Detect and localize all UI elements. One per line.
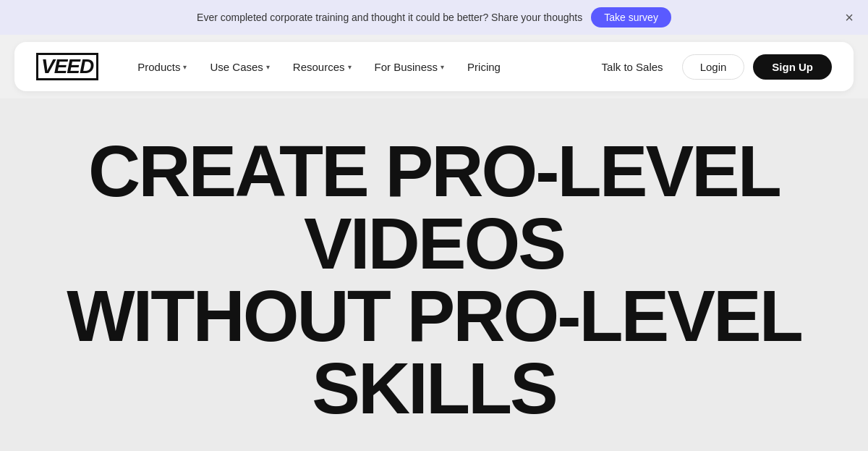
resources-chevron-icon: ▾ (348, 63, 352, 71)
navbar: VEED Products ▾ Use Cases ▾ Resources ▾ … (14, 42, 854, 91)
hero-title: CREATE PRO-LEVEL VIDEOS WITHOUT PRO-LEVE… (14, 135, 854, 424)
pricing-label: Pricing (467, 61, 501, 73)
use-cases-chevron-icon: ▾ (266, 63, 270, 71)
for-business-chevron-icon: ▾ (441, 63, 444, 71)
nav-item-pricing[interactable]: Pricing (457, 55, 511, 79)
products-chevron-icon: ▾ (183, 63, 187, 71)
for-business-label: For Business (375, 61, 438, 73)
products-label: Products (137, 61, 180, 73)
hero-section: CREATE PRO-LEVEL VIDEOS WITHOUT PRO-LEVE… (0, 98, 868, 451)
nav-right-actions: Talk to Sales Login Sign Up (592, 54, 832, 80)
hero-title-line2: WITHOUT PRO-LEVEL SKILLS (14, 279, 854, 424)
hero-subtitle: VEED makes video creation easier for eve… (14, 446, 854, 451)
nav-item-use-cases[interactable]: Use Cases ▾ (200, 55, 279, 79)
nav-item-resources[interactable]: Resources ▾ (283, 55, 362, 79)
nav-links: Products ▾ Use Cases ▾ Resources ▾ For B… (127, 55, 591, 79)
announcement-banner: Ever completed corporate training and th… (0, 0, 868, 35)
banner-close-button[interactable]: × (845, 10, 854, 25)
talk-to-sales-link[interactable]: Talk to Sales (592, 55, 673, 79)
hero-title-line1: CREATE PRO-LEVEL VIDEOS (14, 135, 854, 279)
banner-text: Ever completed corporate training and th… (197, 12, 582, 23)
login-button[interactable]: Login (682, 54, 745, 80)
nav-item-for-business[interactable]: For Business ▾ (365, 55, 455, 79)
take-survey-button[interactable]: Take survey (591, 7, 671, 28)
nav-item-products[interactable]: Products ▾ (127, 55, 197, 79)
use-cases-label: Use Cases (210, 61, 263, 73)
resources-label: Resources (293, 61, 345, 73)
logo[interactable]: VEED (36, 53, 98, 80)
signup-button[interactable]: Sign Up (753, 54, 832, 80)
